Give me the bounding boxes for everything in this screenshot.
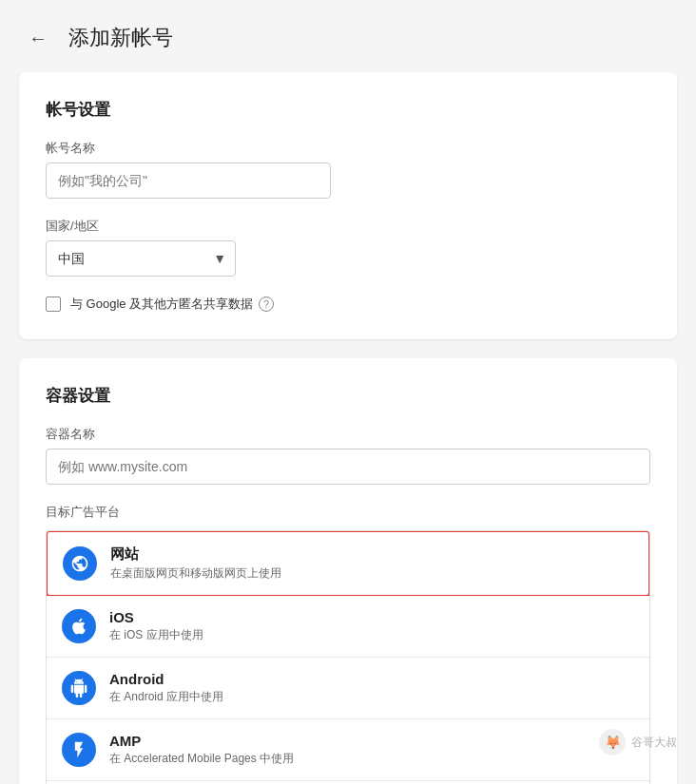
page-title: 添加新帐号 <box>68 24 173 52</box>
country-label: 国家/地区 <box>46 218 650 235</box>
watermark: 🦊 谷哥大叔 <box>599 729 677 755</box>
web-icon <box>63 546 97 581</box>
watermark-icon: 🦊 <box>599 729 626 755</box>
platform-item-ios[interactable]: iOS 在 iOS 应用中使用 <box>47 596 649 658</box>
container-name-input[interactable] <box>46 449 650 485</box>
android-icon <box>62 671 96 705</box>
web-platform-text: 网站 在桌面版网页和移动版网页上使用 <box>110 545 281 582</box>
header: ← 添加新帐号 <box>0 23 696 72</box>
platform-label: 目标广告平台 <box>46 504 650 521</box>
page-container: ← 添加新帐号 帐号设置 帐号名称 国家/地区 中国 美国 日本 韩国 英国 ▼ <box>0 0 696 784</box>
platform-item-web[interactable]: 网站 在桌面版网页和移动版网页上使用 <box>46 530 650 597</box>
android-platform-desc: 在 Android 应用中使用 <box>109 689 223 705</box>
container-settings-title: 容器设置 <box>46 385 650 407</box>
android-platform-text: Android 在 Android 应用中使用 <box>109 671 223 705</box>
ios-platform-text: iOS 在 iOS 应用中使用 <box>109 609 203 643</box>
amp-icon <box>62 733 96 767</box>
help-icon[interactable]: ? <box>259 296 274 312</box>
web-platform-desc: 在桌面版网页和移动版网页上使用 <box>110 565 281 582</box>
amp-platform-name: AMP <box>109 733 294 749</box>
platform-list: 网站 在桌面版网页和移动版网页上使用 iOS 在 iOS 应用中使用 <box>46 530 650 784</box>
platform-item-amp[interactable]: AMP 在 Accelerated Mobile Pages 中使用 <box>47 719 649 781</box>
share-data-row: 与 Google 及其他方匿名共享数据 ? <box>46 296 650 313</box>
country-select-wrapper: 中国 美国 日本 韩国 英国 ▼ <box>46 240 236 277</box>
country-select[interactable]: 中国 美国 日本 韩国 英国 <box>46 240 236 277</box>
container-name-label: 容器名称 <box>46 426 650 443</box>
back-button[interactable]: ← <box>23 23 53 53</box>
share-data-label: 与 Google 及其他方匿名共享数据 ? <box>70 296 274 313</box>
account-name-group: 帐号名称 <box>46 140 650 199</box>
account-name-label: 帐号名称 <box>46 140 650 157</box>
account-settings-title: 帐号设置 <box>46 99 650 121</box>
share-data-checkbox[interactable] <box>46 296 61 312</box>
watermark-text: 谷哥大叔 <box>631 735 677 751</box>
android-platform-name: Android <box>109 671 223 687</box>
ios-platform-name: iOS <box>109 609 203 625</box>
web-platform-name: 网站 <box>110 545 281 564</box>
container-name-group: 容器名称 <box>46 426 650 485</box>
amp-platform-desc: 在 Accelerated Mobile Pages 中使用 <box>109 751 294 767</box>
account-name-input[interactable] <box>46 163 331 199</box>
account-settings-card: 帐号设置 帐号名称 国家/地区 中国 美国 日本 韩国 英国 ▼ 与 Googl… <box>19 72 677 339</box>
platform-item-android[interactable]: Android 在 Android 应用中使用 <box>47 658 649 719</box>
amp-platform-text: AMP 在 Accelerated Mobile Pages 中使用 <box>109 733 294 767</box>
ios-icon <box>62 609 96 643</box>
country-group: 国家/地区 中国 美国 日本 韩国 英国 ▼ <box>46 218 650 277</box>
container-settings-card: 容器设置 容器名称 目标广告平台 网站 在桌面版网页和移动版网页上使用 <box>19 358 677 784</box>
ios-platform-desc: 在 iOS 应用中使用 <box>109 627 203 643</box>
